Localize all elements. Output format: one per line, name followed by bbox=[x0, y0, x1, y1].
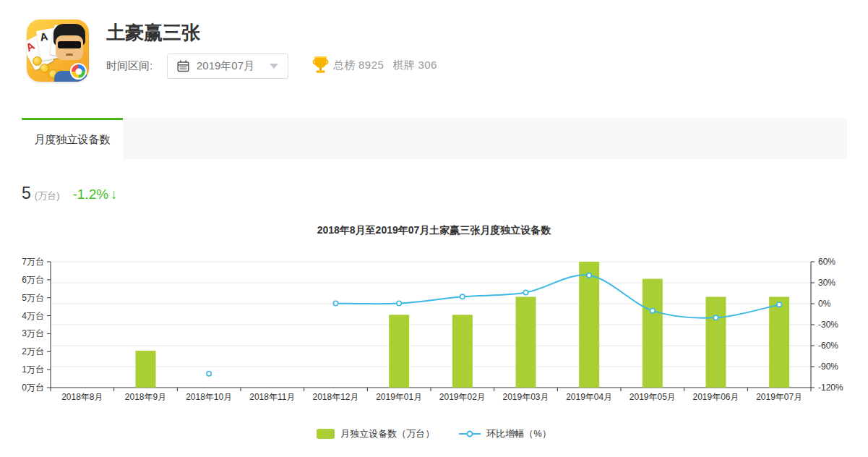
left-axis-label: 7万台 bbox=[22, 257, 44, 267]
stat-value: 5 bbox=[22, 184, 31, 203]
x-axis-label: 2019年05月 bbox=[629, 392, 676, 402]
stats-row: 5 (万台) -1.2% ↓ bbox=[22, 184, 118, 203]
time-range-label: 时间区间: bbox=[106, 59, 152, 73]
date-picker-value: 2019年07月 bbox=[197, 59, 254, 73]
chart-legend: 月独立设备数（万台） 环比增幅（%） bbox=[0, 427, 868, 440]
legend-label: 月独立设备数（万台） bbox=[340, 427, 434, 440]
left-axis-label: 1万台 bbox=[22, 364, 44, 375]
calendar-icon bbox=[177, 60, 189, 72]
line-point-2019年05月[interactable] bbox=[650, 308, 655, 312]
tab-bar: 月度独立设备数 bbox=[22, 118, 847, 159]
line-point-2019年06月[interactable] bbox=[713, 315, 718, 320]
x-axis-label: 2019年04月 bbox=[566, 392, 612, 402]
line-point-2019年07月[interactable] bbox=[777, 302, 781, 307]
chart-title: 2018年8月至2019年07月土家赢三张月度独立设备数 bbox=[0, 224, 868, 237]
total-rank-value: 8925 bbox=[358, 59, 384, 71]
bar-2019年03月[interactable] bbox=[516, 296, 536, 388]
left-axis-label: 3万台 bbox=[22, 328, 44, 338]
right-axis-label: 60% bbox=[818, 257, 835, 267]
left-axis-label: 6万台 bbox=[22, 275, 44, 285]
line-point-2019年01月[interactable] bbox=[397, 301, 401, 305]
tab-monthly-devices[interactable]: 月度独立设备数 bbox=[22, 118, 123, 159]
line-point-2018年12月[interactable] bbox=[333, 301, 338, 305]
left-axis-label: 0万台 bbox=[22, 383, 44, 393]
device-trend-chart: 60%30%0%-30%-60%-90%-120%0万台1万台2万台3万台4万台… bbox=[0, 246, 868, 457]
stat-change: -1.2% bbox=[72, 187, 108, 202]
coin-icon bbox=[40, 64, 49, 73]
category-rank-label: 棋牌 bbox=[392, 59, 415, 71]
right-axis-label: -30% bbox=[818, 320, 838, 330]
category-rank-value: 306 bbox=[418, 59, 437, 71]
stat-unit: (万台) bbox=[35, 189, 60, 202]
legend-item-growth[interactable]: 环比增幅（%） bbox=[459, 427, 551, 440]
x-axis-label: 2018年11月 bbox=[249, 392, 295, 402]
legend-item-devices[interactable]: 月独立设备数（万台） bbox=[317, 427, 434, 440]
left-axis-label: 4万台 bbox=[22, 311, 44, 321]
bar-legend-marker bbox=[317, 429, 335, 439]
line-point-2018年10月[interactable] bbox=[207, 371, 211, 375]
bar-2018年9月[interactable] bbox=[136, 351, 156, 388]
line-legend-marker bbox=[459, 433, 481, 435]
left-axis-label: 5万台 bbox=[22, 293, 44, 303]
right-axis-label: -60% bbox=[818, 341, 838, 351]
legend-label: 环比增幅（%） bbox=[486, 427, 551, 440]
down-arrow-icon: ↓ bbox=[111, 187, 118, 202]
bar-2019年06月[interactable] bbox=[706, 296, 726, 388]
x-axis-label: 2019年02月 bbox=[439, 392, 486, 402]
right-axis-label: 30% bbox=[818, 278, 835, 288]
bar-2019年07月[interactable] bbox=[769, 296, 789, 388]
x-axis-label: 2018年8月 bbox=[61, 392, 103, 402]
line-point-2019年03月[interactable] bbox=[523, 290, 528, 294]
total-rank-label: 总榜 bbox=[333, 59, 356, 71]
page-title: 土豪赢三张 bbox=[106, 20, 200, 46]
date-picker[interactable]: 2019年07月 bbox=[167, 54, 288, 79]
chevron-down-icon bbox=[270, 64, 278, 69]
line-point-2019年02月[interactable] bbox=[460, 294, 465, 299]
x-axis-label: 2018年10月 bbox=[186, 392, 232, 402]
right-axis-label: -120% bbox=[818, 383, 843, 393]
bar-2019年02月[interactable] bbox=[452, 315, 473, 388]
right-axis-label: -90% bbox=[818, 362, 838, 372]
tab-label: 月度独立设备数 bbox=[35, 133, 111, 147]
character-mouth bbox=[66, 54, 73, 56]
x-axis-label: 2019年01月 bbox=[376, 392, 422, 402]
rank-info: 总榜8925棋牌306 bbox=[333, 59, 440, 72]
app-icon: A A A bbox=[27, 20, 89, 82]
bar-2019年04月[interactable] bbox=[579, 262, 599, 388]
x-axis-label: 2018年12月 bbox=[312, 392, 358, 402]
bar-2019年01月[interactable] bbox=[389, 315, 409, 388]
sunglasses-icon bbox=[58, 41, 81, 48]
left-axis-label: 2万台 bbox=[22, 346, 44, 356]
x-axis-label: 2019年06月 bbox=[692, 392, 739, 402]
x-axis-label: 2019年07月 bbox=[756, 392, 802, 402]
x-axis-label: 2019年03月 bbox=[502, 392, 549, 402]
line-point-2019年04月[interactable] bbox=[587, 273, 591, 278]
app-store-badge-icon bbox=[70, 63, 87, 80]
trophy-icon bbox=[312, 54, 329, 75]
right-axis-label: 0% bbox=[818, 299, 831, 309]
x-axis-label: 2018年9月 bbox=[125, 392, 166, 402]
bar-2019年05月[interactable] bbox=[643, 279, 663, 388]
